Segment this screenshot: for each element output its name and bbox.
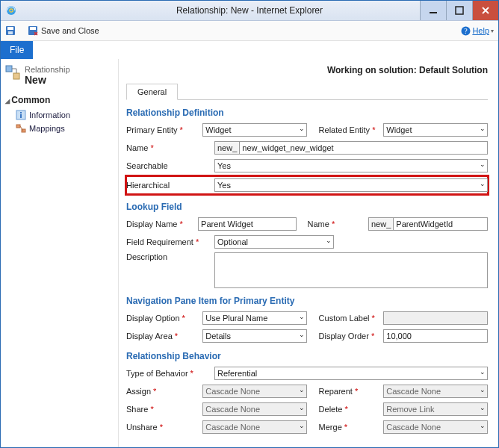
chevron-down-icon: ⌄	[299, 313, 305, 320]
chevron-down-icon: ⌄	[480, 125, 486, 132]
input-value: ParentWidgetId	[396, 220, 453, 228]
save-close-icon[interactable]	[28, 25, 38, 36]
chevron-down-icon: ▾	[491, 28, 494, 34]
input-display-name[interactable]: Parent Widget	[198, 217, 297, 231]
select-value: Yes	[217, 181, 231, 190]
maximize-button[interactable]	[446, 1, 472, 20]
select-value: Cascade None	[205, 423, 260, 432]
chevron-down-icon: ⌄	[480, 180, 486, 187]
entity-header: Relationship New	[5, 65, 114, 86]
select-value: Cascade None	[386, 387, 441, 396]
svg-rect-12	[13, 73, 19, 79]
select-merge: Cascade None⌄	[383, 420, 488, 434]
section-lookup-field: Lookup Field	[126, 202, 488, 212]
label-hierarchical: Hierarchical	[126, 181, 214, 190]
section-nav-pane-item: Navigation Pane Item for Primary Entity	[126, 296, 488, 306]
tab-general[interactable]: General	[126, 84, 178, 100]
label-delete: Delete	[319, 405, 384, 414]
select-value: Referential	[217, 369, 257, 378]
nav-item-label: Mappings	[29, 124, 65, 133]
select-primary-entity[interactable]: Widget⌄	[202, 123, 307, 137]
chevron-down-icon: ⌄	[299, 125, 305, 132]
minimize-button[interactable]	[420, 1, 446, 20]
label-display-order: Display Order	[319, 332, 384, 340]
content-area: Relationship New Common Information Mapp…	[1, 59, 498, 447]
row-hierarchical-highlighted: Hierarchical Yes⌄	[126, 176, 488, 194]
select-value: Cascade None	[386, 423, 441, 432]
input-lookup-name[interactable]: ParentWidgetId	[393, 217, 488, 231]
svg-point-0	[7, 6, 16, 15]
save-close-label[interactable]: Save and Close	[41, 26, 99, 35]
nav-item-information[interactable]: Information	[5, 108, 114, 122]
chevron-down-icon: ⌄	[299, 386, 305, 393]
select-display-option[interactable]: Use Plural Name⌄	[202, 311, 307, 325]
app-window: Relationship: New - Internet Explorer Sa…	[0, 0, 499, 448]
label-related-entity: Related Entity	[319, 125, 384, 134]
help-label: Help	[472, 26, 489, 35]
select-reparent: Cascade None⌄	[383, 385, 488, 398]
select-value: Optional	[217, 237, 248, 246]
svg-rect-16	[16, 125, 20, 128]
label-searchable: Searchable	[126, 161, 214, 170]
chevron-down-icon: ⌄	[299, 404, 305, 411]
label-display-option: Display Option	[126, 314, 202, 323]
label-description: Description	[126, 252, 214, 261]
textarea-description[interactable]	[214, 252, 488, 288]
label-share: Share	[126, 405, 202, 414]
select-delete: Remove Link⌄	[383, 402, 488, 416]
select-display-area[interactable]: Details⌄	[202, 329, 307, 343]
select-assign: Cascade None⌄	[202, 385, 307, 398]
svg-rect-6	[8, 31, 13, 34]
svg-rect-5	[7, 27, 13, 30]
select-field-requirement[interactable]: Optional⌄	[214, 235, 334, 249]
label-lookup-name: Name	[308, 220, 368, 228]
mappings-icon	[16, 123, 26, 134]
input-value: Parent Widget	[201, 220, 253, 228]
input-display-order[interactable]: 10,000	[383, 329, 488, 343]
file-menu-button[interactable]: File	[1, 41, 33, 59]
chevron-down-icon: ⌄	[326, 237, 332, 244]
label-unshare: Unshare	[126, 423, 202, 432]
chevron-down-icon: ⌄	[480, 404, 486, 411]
chevron-down-icon: ⌄	[480, 422, 486, 429]
label-primary-entity: Primary Entity	[126, 125, 202, 134]
svg-rect-14	[20, 112, 22, 113]
label-reparent: Reparent	[319, 387, 384, 396]
svg-rect-8	[30, 27, 36, 30]
section-relationship-definition: Relationship Definition	[126, 108, 488, 118]
close-button[interactable]	[472, 1, 498, 20]
relationship-icon	[5, 65, 20, 80]
chevron-down-icon: ⌄	[299, 331, 305, 338]
nav-item-mappings[interactable]: Mappings	[5, 122, 114, 135]
label-field-requirement: Field Requirement	[126, 237, 214, 246]
input-name[interactable]: new_widget_new_widget	[239, 141, 488, 155]
window-controls	[420, 1, 498, 20]
select-type-of-behavior[interactable]: Referential⌄	[214, 367, 488, 380]
svg-text:?: ?	[465, 27, 468, 35]
select-value: Cascade None	[205, 387, 260, 396]
label-name: Name	[126, 143, 214, 152]
left-nav: Relationship New Common Information Mapp…	[1, 59, 119, 447]
ribbon-strip: File	[1, 41, 498, 59]
solution-context-label: Working on solution: Default Solution	[126, 65, 488, 75]
svg-rect-15	[20, 114, 22, 118]
info-icon	[16, 110, 26, 120]
save-icon[interactable]	[5, 25, 16, 36]
select-hierarchical[interactable]: Yes⌄	[214, 178, 488, 192]
select-value: Use Plural Name	[205, 314, 267, 323]
section-relationship-behavior: Relationship Behavior	[126, 351, 488, 361]
lookup-name-prefix: new_	[368, 217, 393, 231]
label-display-area: Display Area	[126, 332, 202, 340]
tab-strip: General	[126, 83, 488, 100]
label-display-name: Display Name	[126, 220, 198, 228]
label-assign: Assign	[126, 387, 202, 396]
chevron-down-icon: ⌄	[299, 422, 305, 429]
command-bar: Save and Close ? Help ▾	[1, 21, 498, 41]
select-related-entity[interactable]: Widget⌄	[383, 123, 488, 137]
select-value: Yes	[217, 161, 231, 170]
svg-rect-11	[6, 66, 12, 72]
help-menu[interactable]: ? Help ▾	[461, 26, 494, 36]
name-prefix: new_	[214, 141, 239, 155]
select-searchable[interactable]: Yes⌄	[214, 159, 488, 172]
nav-group-common[interactable]: Common	[5, 95, 114, 105]
